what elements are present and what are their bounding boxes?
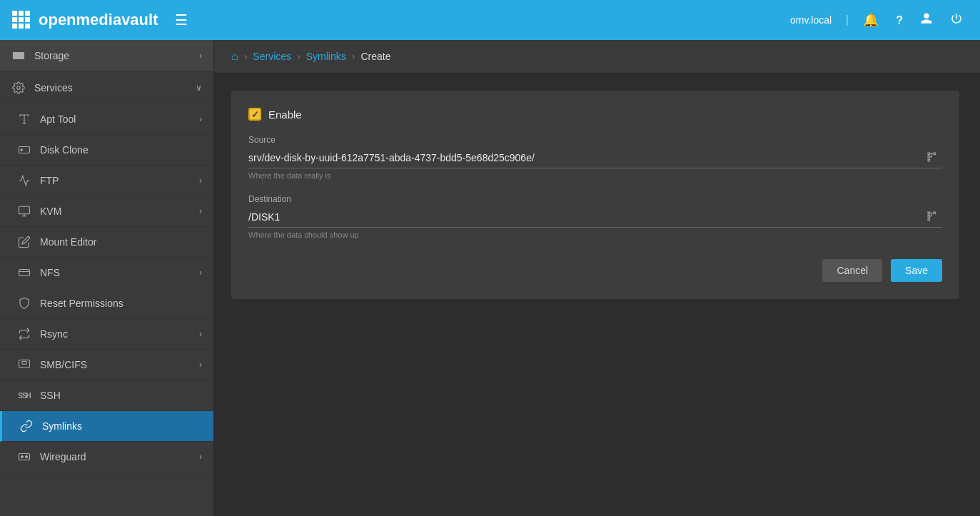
smb-cifs-chevron-icon: › [199, 360, 202, 370]
app-title: openmediavault [39, 11, 158, 29]
breadcrumb-sep-1: › [244, 51, 248, 62]
enable-row: ✓ Enable [248, 108, 942, 121]
sidebar-item-disk-clone[interactable]: Disk Clone [0, 135, 213, 166]
symlinks-icon [19, 419, 34, 433]
destination-input[interactable] [248, 207, 942, 228]
sidebar-item-apt-tool[interactable]: Apt Tool › [0, 104, 213, 135]
source-tree-button[interactable] [925, 150, 939, 167]
reset-permissions-label: Reset Permissions [40, 298, 123, 309]
svg-point-12 [17, 86, 21, 90]
hamburger-icon: ☰ [175, 12, 188, 28]
breadcrumb-create: Create [360, 51, 390, 62]
help-button[interactable]: ? [890, 10, 909, 31]
wireguard-chevron-icon: › [199, 452, 202, 462]
ftp-left: FTP [17, 173, 59, 188]
mount-editor-label: Mount Editor [40, 236, 96, 248]
sidebar-services-label: Services [34, 82, 73, 93]
power-icon [950, 14, 963, 28]
panel-wrapper: ✓ Enable Source Where the data really is [214, 74, 980, 516]
sidebar-item-wireguard[interactable]: Wireguard › [0, 442, 213, 472]
apt-tool-label: Apt Tool [40, 113, 76, 125]
power-button[interactable] [944, 9, 969, 31]
svg-rect-1 [19, 11, 24, 16]
sidebar-item-mount-editor[interactable]: Mount Editor [0, 227, 213, 258]
ssh-left: SSH SSH [17, 388, 61, 403]
services-header-left: Services [11, 81, 73, 95]
wireguard-left: Wireguard [17, 450, 86, 464]
hamburger-button[interactable]: ☰ [169, 9, 193, 31]
app-logo: openmediavault [11, 10, 158, 30]
svg-rect-30 [934, 153, 936, 155]
sidebar-item-reset-permissions[interactable]: Reset Permissions [0, 288, 213, 319]
sidebar-item-symlinks[interactable]: Symlinks [0, 411, 213, 442]
home-icon[interactable]: ⌂ [231, 50, 238, 63]
sidebar-item-nfs[interactable]: NFS › [0, 258, 213, 288]
cancel-button[interactable]: Cancel [822, 259, 882, 282]
ssh-label: SSH [40, 390, 61, 401]
smb-cifs-left: SMB/CIFS [17, 358, 87, 372]
sidebar-item-kvm[interactable]: KVM › [0, 196, 213, 227]
enable-label: Enable [268, 108, 302, 121]
svg-rect-29 [928, 159, 930, 161]
save-button[interactable]: Save [891, 259, 942, 282]
svg-rect-2 [25, 11, 30, 16]
destination-tree-button[interactable] [925, 209, 939, 226]
svg-rect-35 [928, 212, 930, 214]
sidebar-item-rsync[interactable]: Rsync › [0, 319, 213, 350]
source-field-group: Source Where the data really is [248, 135, 942, 180]
nfs-icon [17, 265, 31, 280]
apt-tool-chevron-icon: › [199, 114, 202, 124]
topbar: openmediavault ☰ omv.local | 🔔 ? [0, 0, 980, 40]
ftp-label: FTP [40, 175, 59, 186]
services-icon [11, 81, 26, 95]
rsync-label: Rsync [40, 328, 68, 340]
svg-rect-36 [928, 215, 930, 217]
ssh-icon: SSH [17, 388, 31, 403]
symlinks-left: Symlinks [19, 419, 82, 433]
logo-grid-icon [11, 10, 31, 30]
breadcrumb-symlinks-link[interactable]: Symlinks [306, 51, 346, 62]
mount-editor-icon [17, 235, 31, 249]
hostname-label: omv.local [790, 14, 832, 26]
svg-rect-6 [12, 24, 17, 29]
topbar-right: omv.local | 🔔 ? [790, 9, 969, 31]
enable-checkbox[interactable]: ✓ [248, 108, 261, 121]
breadcrumb-services-link[interactable]: Services [253, 51, 291, 62]
svg-point-25 [21, 456, 24, 458]
disk-clone-icon [17, 143, 31, 157]
ftp-chevron-icon: › [199, 176, 202, 186]
source-input[interactable] [248, 148, 942, 168]
breadcrumb-sep-2: › [297, 51, 300, 62]
sidebar-item-ssh[interactable]: SSH SSH [0, 380, 213, 411]
svg-rect-22 [19, 360, 30, 368]
destination-input-wrapper [248, 207, 942, 228]
question-icon: ? [896, 14, 903, 26]
destination-hint: Where the data should show up [248, 231, 942, 239]
svg-rect-28 [928, 156, 930, 158]
nfs-label: NFS [40, 267, 60, 278]
apt-tool-icon [17, 112, 31, 126]
kvm-label: KVM [40, 206, 61, 217]
reset-permissions-icon [17, 296, 31, 310]
sidebar-services-header[interactable]: Services ∨ [0, 72, 213, 104]
user-button[interactable] [914, 9, 939, 31]
destination-label: Destination [248, 194, 942, 204]
bell-icon: 🔔 [863, 13, 879, 27]
nfs-left: NFS [17, 265, 60, 280]
sidebar-item-smb-cifs[interactable]: SMB/CIFS › [0, 350, 213, 380]
wireguard-label: Wireguard [40, 451, 86, 462]
rsync-chevron-icon: › [199, 329, 202, 339]
svg-rect-8 [25, 24, 30, 29]
sidebar: Storage › Services ∨ Apt Tool › [0, 40, 214, 516]
kvm-icon [17, 204, 31, 218]
reset-permissions-left: Reset Permissions [17, 296, 123, 310]
action-row: Cancel Save [248, 259, 942, 282]
disk-clone-label: Disk Clone [40, 144, 89, 156]
destination-field-group: Destination Where the data should show u… [248, 194, 942, 239]
breadcrumb-sep-3: › [352, 51, 355, 62]
sidebar-item-ftp[interactable]: FTP › [0, 166, 213, 196]
source-label: Source [248, 135, 942, 145]
kvm-chevron-icon: › [199, 206, 202, 216]
notifications-button[interactable]: 🔔 [857, 9, 884, 31]
sidebar-storage-header[interactable]: Storage › [0, 40, 213, 72]
